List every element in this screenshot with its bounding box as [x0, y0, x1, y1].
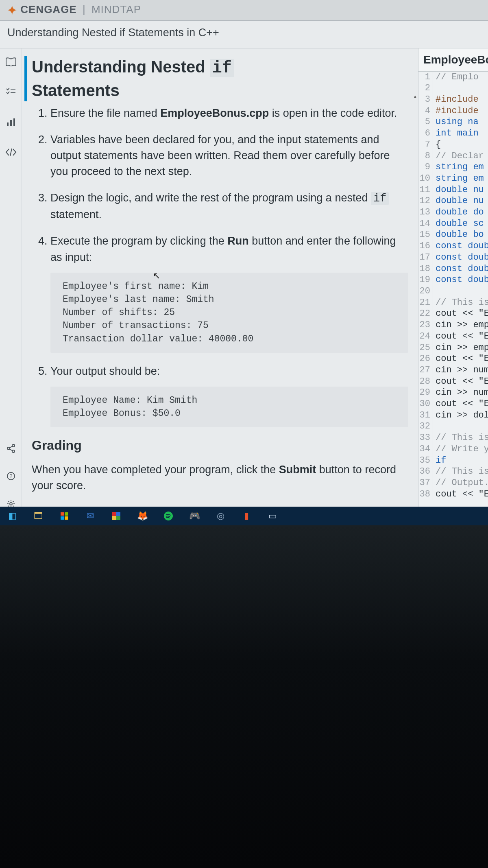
- editor-line[interactable]: 7{: [418, 139, 488, 151]
- taskbar-spotify-icon[interactable]: [161, 509, 176, 523]
- line-text[interactable]: #include: [433, 105, 479, 117]
- line-text[interactable]: cout << "Empl: [433, 489, 488, 500]
- share-icon[interactable]: [5, 442, 17, 455]
- line-text[interactable]: [433, 83, 436, 94]
- line-text[interactable]: double bo: [433, 229, 484, 241]
- editor-line[interactable]: 19const doub: [418, 274, 488, 286]
- editor-line[interactable]: 34// Write you: [418, 444, 488, 455]
- line-text[interactable]: int main: [433, 128, 479, 139]
- editor-line[interactable]: 37// Output.: [418, 477, 488, 489]
- editor-line[interactable]: 14double sc: [418, 218, 488, 230]
- line-text[interactable]: #include: [433, 94, 479, 105]
- editor-line[interactable]: 9string em: [418, 162, 488, 173]
- editor-line[interactable]: 23cin >> empl: [418, 319, 488, 331]
- taskbar-edge-icon[interactable]: ◧: [5, 509, 20, 523]
- taskbar-photos-icon[interactable]: [109, 509, 124, 523]
- line-text[interactable]: // This is th: [433, 466, 488, 477]
- line-text[interactable]: double nu: [433, 195, 484, 207]
- help-icon[interactable]: ?: [5, 470, 17, 482]
- editor-line[interactable]: 24cout << "En: [418, 331, 488, 342]
- editor-line[interactable]: 33// This is t: [418, 432, 488, 444]
- editor-line[interactable]: 16const doub: [418, 241, 488, 252]
- taskbar-steam-icon[interactable]: ◎: [213, 509, 228, 523]
- line-text[interactable]: [433, 286, 436, 297]
- editor-line[interactable]: 20: [418, 286, 488, 297]
- editor-line[interactable]: 13double do: [418, 207, 488, 218]
- taskbar-office-icon[interactable]: ▮: [239, 509, 254, 523]
- editor-line[interactable]: 28cout << "En: [418, 376, 488, 387]
- line-text[interactable]: cin >> empl: [433, 319, 488, 331]
- editor-line[interactable]: 27cin >> numS: [418, 365, 488, 376]
- line-text[interactable]: if: [433, 455, 446, 466]
- line-text[interactable]: const doub: [433, 241, 488, 252]
- line-text[interactable]: double do: [433, 207, 484, 218]
- editor-line[interactable]: 32: [418, 421, 488, 432]
- line-text[interactable]: // Declar: [433, 151, 484, 162]
- line-text[interactable]: cin >> numT: [433, 387, 488, 398]
- taskbar-mail-icon[interactable]: ✉: [83, 509, 98, 523]
- line-text[interactable]: string em: [433, 162, 484, 173]
- editor-line[interactable]: 26cout << "En: [418, 353, 488, 365]
- taskbar-discord-icon[interactable]: 🎮: [187, 509, 202, 523]
- line-text[interactable]: using na: [433, 116, 479, 128]
- editor-line[interactable]: 2: [418, 83, 488, 94]
- editor-line[interactable]: 3#include: [418, 94, 488, 105]
- line-text[interactable]: cin >> dolla: [433, 410, 488, 421]
- editor-line[interactable]: 31cin >> dolla: [418, 410, 488, 421]
- checklist-icon[interactable]: [5, 86, 17, 98]
- editor-tab[interactable]: EmployeeBo: [418, 48, 488, 72]
- line-text[interactable]: // Emplo: [433, 72, 479, 83]
- editor-line[interactable]: 10string em: [418, 173, 488, 184]
- editor-line[interactable]: 35if: [418, 455, 488, 466]
- line-text[interactable]: const doub: [433, 263, 488, 275]
- svg-text:?: ?: [9, 473, 12, 479]
- scroll-up-icon[interactable]: ▴: [412, 93, 418, 99]
- line-text[interactable]: cout << "En: [433, 331, 488, 342]
- editor-line[interactable]: 29cin >> numT: [418, 387, 488, 398]
- editor-line[interactable]: 4#include: [418, 105, 488, 117]
- line-text[interactable]: const doub: [433, 274, 488, 286]
- line-number: 4: [418, 105, 433, 117]
- editor-line[interactable]: 17const doub: [418, 252, 488, 263]
- editor-line[interactable]: 6int main: [418, 128, 488, 139]
- editor-line[interactable]: 15double bo: [418, 229, 488, 241]
- taskbar-explorer-icon[interactable]: 🗔: [31, 509, 46, 523]
- line-text[interactable]: const doub: [433, 252, 488, 263]
- editor-line[interactable]: 21// This is: [418, 297, 488, 308]
- editor-lines[interactable]: 1// Emplo23#include4#include5using na6in…: [418, 72, 488, 500]
- editor-line[interactable]: 36// This is th: [418, 466, 488, 477]
- line-text[interactable]: // This is t: [433, 432, 488, 444]
- line-text[interactable]: double nu: [433, 184, 484, 196]
- taskbar-store-icon[interactable]: [57, 509, 72, 523]
- editor-line[interactable]: 38cout << "Empl: [418, 489, 488, 500]
- editor-line[interactable]: 12double nu: [418, 195, 488, 207]
- editor-line[interactable]: 1// Emplo: [418, 72, 488, 83]
- taskbar-firefox-icon[interactable]: 🦊: [135, 509, 150, 523]
- editor-line[interactable]: 18const doub: [418, 263, 488, 275]
- editor-line[interactable]: 11double nu: [418, 184, 488, 196]
- line-text[interactable]: cout << "En: [433, 353, 488, 365]
- barchart-icon[interactable]: [5, 116, 17, 128]
- line-text[interactable]: cin >> numS: [433, 365, 488, 376]
- line-text[interactable]: // Write you: [433, 444, 488, 455]
- editor-line[interactable]: 22cout << "E: [418, 308, 488, 319]
- line-text[interactable]: // This is: [433, 297, 488, 308]
- line-number: 13: [418, 207, 433, 218]
- code-icon[interactable]: [5, 146, 17, 158]
- scrollbar-vertical[interactable]: ▴: [412, 93, 418, 500]
- editor-line[interactable]: 30cout << "Ent: [418, 398, 488, 410]
- line-text[interactable]: cin >> empl: [433, 342, 488, 354]
- line-text[interactable]: double sc: [433, 218, 484, 230]
- line-text[interactable]: [433, 421, 436, 432]
- line-text[interactable]: // Output.: [433, 477, 488, 489]
- line-text[interactable]: {: [433, 139, 441, 151]
- book-icon[interactable]: [5, 56, 17, 68]
- editor-line[interactable]: 8// Declar: [418, 151, 488, 162]
- line-text[interactable]: cout << "En: [433, 376, 488, 387]
- line-text[interactable]: cout << "Ent: [433, 398, 488, 410]
- line-text[interactable]: cout << "E: [433, 308, 488, 319]
- line-text[interactable]: string em: [433, 173, 484, 184]
- editor-line[interactable]: 5using na: [418, 116, 488, 128]
- taskbar-notepad-icon[interactable]: ▭: [265, 509, 280, 523]
- editor-line[interactable]: 25cin >> empl: [418, 342, 488, 354]
